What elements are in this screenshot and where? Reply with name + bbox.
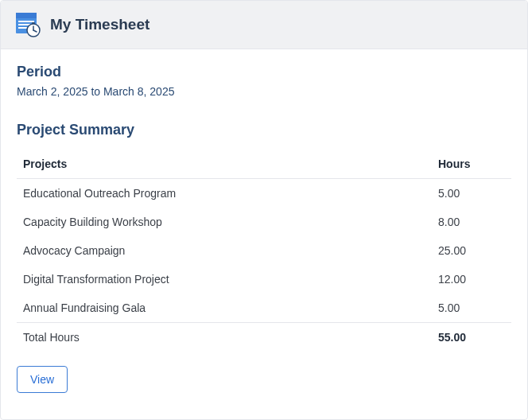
table-row: Educational Outreach Program 5.00 [17, 179, 511, 208]
project-cell: Advocacy Campaign [17, 236, 432, 265]
card-body: Period March 2, 2025 to March 8, 2025 Pr… [1, 49, 527, 407]
total-row: Total Hours 55.00 [17, 323, 511, 352]
table-row: Advocacy Campaign 25.00 [17, 236, 511, 265]
timesheet-icon [15, 12, 41, 37]
projects-column-header: Projects [17, 150, 432, 179]
project-cell: Annual Fundraising Gala [17, 294, 432, 323]
table-header-row: Projects Hours [17, 150, 511, 179]
total-hours: 55.00 [432, 323, 511, 352]
page-title: My Timesheet [50, 16, 149, 33]
view-button[interactable]: View [17, 366, 68, 393]
summary-heading: Project Summary [17, 122, 511, 138]
period-heading: Period [17, 64, 511, 80]
project-cell: Capacity Building Workshop [17, 208, 432, 236]
hours-cell: 25.00 [432, 236, 511, 265]
project-cell: Digital Transformation Project [17, 265, 432, 294]
timesheet-card: My Timesheet Period March 2, 2025 to Mar… [0, 0, 528, 420]
svg-rect-8 [32, 22, 35, 24]
total-label: Total Hours [17, 323, 432, 352]
hours-cell: 8.00 [432, 208, 511, 236]
svg-rect-1 [16, 13, 37, 18]
project-cell: Educational Outreach Program [17, 179, 432, 208]
hours-cell: 5.00 [432, 294, 511, 323]
table-row: Capacity Building Workshop 8.00 [17, 208, 511, 236]
hours-cell: 5.00 [432, 179, 511, 208]
period-range: March 2, 2025 to March 8, 2025 [17, 85, 511, 98]
project-summary-table: Projects Hours Educational Outreach Prog… [17, 150, 511, 352]
table-row: Digital Transformation Project 12.00 [17, 265, 511, 294]
hours-column-header: Hours [432, 150, 511, 179]
hours-cell: 12.00 [432, 265, 511, 294]
table-row: Annual Fundraising Gala 5.00 [17, 294, 511, 323]
svg-rect-2 [18, 21, 34, 22]
card-header: My Timesheet [1, 1, 527, 49]
